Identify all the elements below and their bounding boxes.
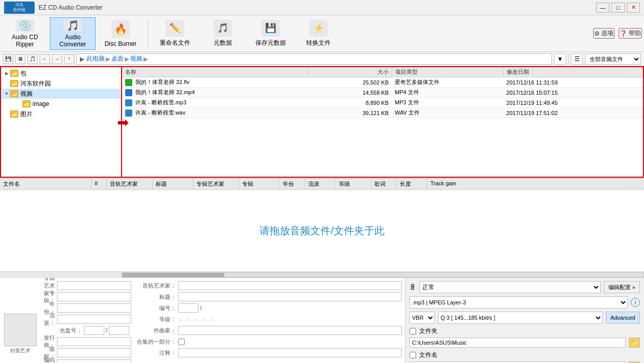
tree-label-image: image (33, 100, 49, 107)
vbr-select[interactable]: VBR (409, 312, 435, 324)
format-info-icon[interactable]: i (631, 298, 640, 307)
close-button[interactable]: ✕ (627, 3, 640, 13)
nav-music-icon[interactable]: 🎵 (27, 54, 38, 64)
tree-item-video[interactable]: ▼ 📂 视频 (1, 89, 121, 99)
rename-button[interactable]: ✏️ 重命名文件 (152, 17, 198, 50)
table-row[interactable]: 许嵩 - 断桥残雪.wav 39,121 KB WAV 文件 2017/11/1… (122, 108, 643, 118)
quality-select[interactable]: Q 3 [ 145...185 kbit/s ] (438, 312, 603, 324)
input-genre[interactable] (57, 315, 131, 324)
address-path: ▶ 此电脑 ▶ 桌面 ▶ 视频 ▶ (76, 53, 552, 65)
input-publisher[interactable] (57, 337, 131, 346)
table-row[interactable]: 我的！体育老师 32.mp4 14,558 KB MP4 文件 2017/12/… (122, 88, 643, 98)
help-button[interactable]: ❓ 帮助 (619, 28, 642, 39)
file-filter-select[interactable]: 全部音频文件 (585, 53, 641, 65)
view-toggle-button[interactable]: ☰ (571, 53, 583, 65)
cover-art-label: 封面艺术 (4, 347, 37, 354)
input-album-artist[interactable] (57, 281, 131, 290)
nav-save-icon[interactable]: 💾 (3, 54, 13, 64)
cover-art-box[interactable] (4, 314, 37, 346)
horizontal-scrollbar[interactable] (122, 272, 644, 277)
metadata-button[interactable]: 🎵 元数据 (200, 17, 246, 50)
edit-config-button[interactable]: 编辑配置 » (604, 281, 640, 293)
tree-toggle-bao[interactable]: ▶ (3, 70, 10, 77)
nav-up-button[interactable]: ↑ (64, 54, 74, 64)
advanced-button[interactable]: Advanced (606, 312, 640, 324)
dropdown-button[interactable]: ▼ (554, 53, 566, 65)
help-label: 帮助 (629, 29, 641, 38)
format-select[interactable]: .mp3 | MPEG Layer-3 (409, 296, 628, 309)
label-rating: 等级： (135, 316, 176, 323)
input-year[interactable] (57, 303, 131, 313)
col-size: 大小 (308, 67, 392, 77)
input-track-artist[interactable] (178, 281, 402, 290)
folder-path-input[interactable] (409, 338, 626, 348)
maximize-button[interactable]: □ (611, 3, 625, 13)
path-computer[interactable]: 此电脑 (86, 54, 105, 63)
filename-check-label: 文件名 (419, 351, 437, 359)
help-icon: ❓ (620, 30, 627, 37)
table-row[interactable]: 我的！体育老师 32.flv 25,502 KB 爱奇艺多媒体文件 2017/1… (122, 77, 643, 88)
path-desktop[interactable]: 桌面 (111, 54, 124, 63)
input-tracknum[interactable] (178, 303, 198, 313)
rating-stars[interactable]: ☆ ☆ ☆ ☆ ☆ (178, 316, 214, 323)
tree-item-bao[interactable]: ▶ 📁 包 (1, 68, 121, 78)
filename-checkbox[interactable] (409, 352, 416, 358)
nav-back-button[interactable]: ← (40, 54, 50, 64)
table-row[interactable]: 许嵩 - 断桥残雪.mp3 8,890 KB MP3 文件 2017/12/19… (122, 98, 643, 108)
meta-row-rating: 等级： ☆ ☆ ☆ ☆ ☆ (132, 314, 405, 325)
tree-label-bao: 包 (20, 69, 26, 78)
input-composer[interactable] (178, 326, 402, 335)
folder-icon-video: 📂 (10, 90, 18, 97)
nav-forward-button[interactable]: → (52, 54, 62, 64)
preset-select[interactable]: 正常 (420, 281, 601, 293)
minimize-button[interactable]: — (596, 3, 609, 13)
file-type-mp3: MP3 文件 (392, 98, 503, 108)
folder-browse-button[interactable]: 📁 (629, 338, 640, 348)
col-num: # (92, 179, 107, 189)
label-track-artist: 音轨艺术家： (135, 282, 176, 290)
tree-label-pictures: 图片 (20, 110, 33, 119)
tree-item-hedong[interactable]: ▶ 📁 河东软件园 (1, 78, 121, 89)
metadata-icon: 🎵 (214, 20, 232, 37)
disc-burner-icon: 🔥 (111, 20, 130, 38)
input-album[interactable] (57, 292, 131, 301)
address-right-controls: ▼ ☰ 全部音频文件 (554, 53, 641, 65)
drop-zone[interactable]: 请拖放音频文件/文件夹于此 (0, 190, 644, 271)
rename-label: 重命名文件 (160, 39, 190, 47)
file-size-flv: 25,502 KB (308, 77, 392, 88)
nav-pc-icon[interactable]: 🖥 (15, 54, 25, 64)
folder-checkbox[interactable] (409, 328, 416, 334)
options-label: 选项 (601, 29, 613, 38)
drop-zone-text: 请拖放音频文件/文件夹于此 (259, 224, 385, 238)
input-encodedby[interactable] (57, 359, 131, 363)
path-video[interactable]: 视频 (130, 54, 142, 63)
input-disc-total[interactable] (109, 326, 129, 335)
disc-burner-button[interactable]: 🔥 Disc Burner (98, 17, 143, 50)
tree-toggle-video[interactable]: ▼ (3, 90, 10, 97)
cd-ripper-icon: 💿 (16, 19, 34, 32)
file-icon-wav (125, 109, 132, 117)
audio-cd-ripper-button[interactable]: 💿 Audio CD Ripper (2, 17, 48, 50)
audio-converter-button[interactable]: 🎵 Audio Converter (50, 17, 96, 50)
tree-item-pictures[interactable]: ▶ 📁 图片 (1, 109, 121, 119)
top-right-buttons: ⚙ 选项 ❓ 帮助 (593, 28, 642, 39)
file-icon-mp4 (125, 89, 132, 96)
input-copyright[interactable] (57, 348, 131, 357)
disc-slash: / (106, 327, 107, 334)
scrollbar-thumb[interactable] (123, 273, 224, 277)
tree-item-image[interactable]: ▶ 📁 image (1, 99, 121, 109)
convert-button[interactable]: ⚡ 转换文件 (296, 17, 341, 50)
input-comment[interactable] (178, 348, 402, 357)
col-length: 长度 (397, 179, 427, 189)
file-date-wav: 2017/11/19 17:51:02 (503, 108, 642, 118)
tree-inner: ▶ 📁 包 ▶ 📁 河东软件园 ▼ 📂 视频 ▶ 📁 image (1, 67, 121, 120)
separator (568, 54, 569, 64)
input-title[interactable] (178, 292, 402, 301)
col-name: 名称 (122, 67, 308, 77)
input-disc[interactable] (84, 326, 104, 335)
save-metadata-button[interactable]: 💾 保存元数据 (248, 17, 294, 50)
file-date-mp4: 2017/12/16 15:07:15 (503, 88, 642, 98)
options-button[interactable]: ⚙ 选项 (593, 28, 614, 39)
label-compilation: 合集的一部分： (135, 338, 176, 346)
checkbox-compilation[interactable] (178, 339, 185, 345)
